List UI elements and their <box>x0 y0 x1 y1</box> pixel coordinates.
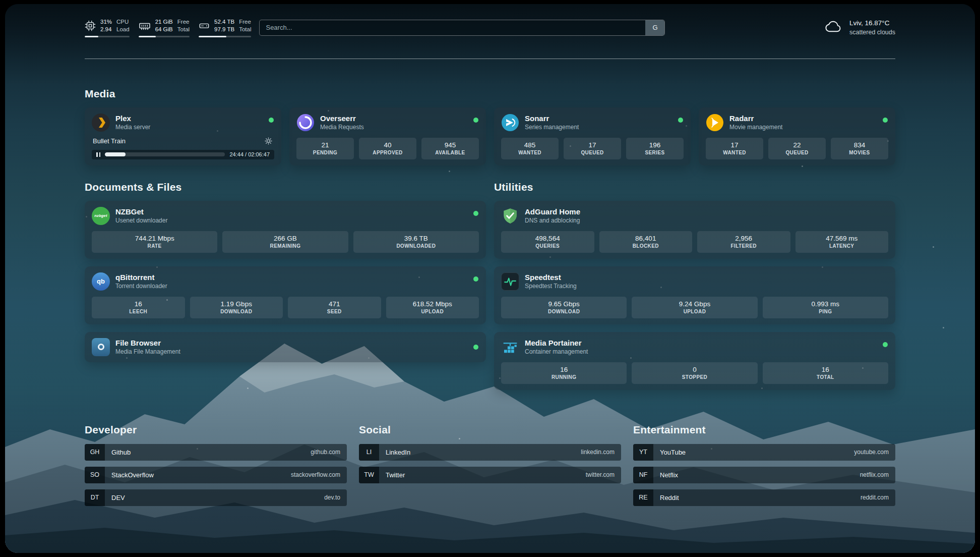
service-desc: Torrent downloader <box>115 283 167 291</box>
section-title-social: Social <box>359 423 621 436</box>
bookmarks-section: Developer GH Github github.com SO StackO… <box>85 423 895 512</box>
stat-box: 40APPROVED <box>359 138 416 159</box>
ram-total-label: Total <box>177 26 190 33</box>
ram-free-label: Free <box>177 18 190 26</box>
service-name: Speedtest <box>525 272 577 283</box>
disk-progress-fill <box>199 36 226 37</box>
bookmark-dev[interactable]: DT DEV dev.to <box>85 489 347 506</box>
disk-free-value: 52.4 TB <box>214 18 234 26</box>
bookmark-twitter[interactable]: TW Twitter twitter.com <box>359 467 621 483</box>
disk-icon <box>199 20 210 31</box>
stat-box: 21PENDING <box>296 138 354 159</box>
service-card-radarr[interactable]: Radarr Movie management 17WANTED 22QUEUE… <box>699 107 895 165</box>
stat-box: 9.65 GbpsDOWNLOAD <box>501 297 627 318</box>
service-name: Overseerr <box>320 114 364 124</box>
cloud-icon <box>824 19 844 36</box>
service-desc: Media Requests <box>320 124 364 132</box>
stat-box: 17WANTED <box>706 138 763 159</box>
disk-free-label: Free <box>239 18 251 26</box>
status-online-dot <box>473 276 478 282</box>
gear-icon[interactable] <box>264 136 273 146</box>
service-card-overseerr[interactable]: Overseerr Media Requests 21PENDING 40APP… <box>289 107 486 165</box>
bookmark-youtube[interactable]: YT YouTube youtube.com <box>633 444 895 461</box>
bookmark-group-developer: Developer GH Github github.com SO StackO… <box>85 423 347 512</box>
bookmark-stackoverflow[interactable]: SO StackOverflow stackoverflow.com <box>85 467 347 483</box>
search-input[interactable] <box>260 24 645 31</box>
topbar-divider <box>85 59 895 59</box>
cpu-usage-value: 31% <box>100 18 112 26</box>
plex-icon <box>92 114 110 132</box>
weather-widget: Lviv, 16.87°C scattered clouds <box>824 19 895 36</box>
adguard-icon <box>501 207 519 225</box>
status-online-dot <box>473 118 478 123</box>
stat-box: 17QUEUED <box>564 138 621 159</box>
status-online-dot <box>678 118 683 123</box>
stat-box: 16TOTAL <box>763 362 888 384</box>
service-desc: DNS and adblocking <box>525 217 580 225</box>
cpu-widget: 31% 2.94 CPU Load <box>85 18 130 37</box>
service-name: NZBGet <box>115 207 167 217</box>
service-name: File Browser <box>115 338 180 348</box>
playback-time: 24:44 / 02:06:47 <box>229 151 270 157</box>
middle-sections: Documents & Files nzbget NZBGet Usenet d… <box>85 181 895 390</box>
overseerr-icon <box>296 114 315 132</box>
cpu-progress-fill <box>85 36 98 37</box>
topbar: 31% 2.94 CPU Load <box>85 4 895 37</box>
search-provider-button[interactable]: G <box>645 20 664 35</box>
status-online-dot <box>883 118 888 123</box>
service-name: qBittorrent <box>115 272 167 283</box>
playback-progress-track[interactable] <box>105 152 225 156</box>
documents-column: Documents & Files nzbget NZBGet Usenet d… <box>85 181 486 362</box>
bookmark-linkedin[interactable]: LI LinkedIn linkedin.com <box>359 444 621 461</box>
section-title-entertainment: Entertainment <box>633 423 895 436</box>
service-card-filebrowser[interactable]: File Browser Media File Management <box>85 332 486 362</box>
service-card-qbittorrent[interactable]: qb qBittorrent Torrent downloader 16LEEC… <box>85 266 486 324</box>
stat-box: 471SEED <box>288 297 381 318</box>
stat-box: 834MOVIES <box>831 138 888 159</box>
bookmark-group-entertainment: Entertainment YT YouTube youtube.com NF … <box>633 423 895 512</box>
radarr-icon <box>706 114 724 132</box>
service-card-speedtest[interactable]: Speedtest Speedtest Tracking 9.65 GbpsDO… <box>494 266 895 324</box>
stat-box: 485WANTED <box>501 138 559 159</box>
bookmark-github[interactable]: GH Github github.com <box>85 444 347 461</box>
status-online-dot <box>883 342 888 347</box>
status-online-dot <box>473 345 478 350</box>
stat-box: 9.24 GbpsUPLOAD <box>632 297 757 318</box>
stat-box: 39.6 TBDOWNLOADED <box>353 231 479 253</box>
stat-box: 22QUEUED <box>768 138 826 159</box>
resource-widgets: 31% 2.94 CPU Load <box>85 18 251 37</box>
cpu-load-value: 2.94 <box>100 26 112 33</box>
stat-box: 0.993 msPING <box>763 297 888 318</box>
pause-icon[interactable] <box>96 152 100 157</box>
service-card-nzbget[interactable]: nzbget NZBGet Usenet downloader 744.21 M… <box>85 201 486 259</box>
service-name: Plex <box>115 114 150 124</box>
disk-progress-bar <box>199 36 251 37</box>
stat-box: 498,564QUERIES <box>501 231 594 253</box>
stat-box: 744.21 MbpsRATE <box>92 231 217 253</box>
disk-widget: 52.4 TB 97.9 TB Free Total <box>199 18 251 37</box>
stat-box: 0STOPPED <box>632 362 757 384</box>
service-name: Radarr <box>729 114 782 124</box>
bookmark-netflix[interactable]: NF Netflix netflix.com <box>633 467 895 483</box>
stat-box: 196SERIES <box>626 138 684 159</box>
stat-box: 86,401BLOCKED <box>599 231 693 253</box>
status-online-dot <box>473 211 478 216</box>
portainer-icon <box>501 338 519 356</box>
service-card-adguard[interactable]: AdGuard Home DNS and adblocking 498,564Q… <box>494 201 895 259</box>
service-card-plex[interactable]: Plex Media server Bullet Train <box>85 107 281 165</box>
ram-free-value: 21 GiB <box>155 18 173 26</box>
weather-condition: scattered clouds <box>849 28 895 37</box>
speedtest-icon <box>501 272 519 291</box>
ram-total-value: 64 GiB <box>155 26 173 33</box>
service-desc: Media server <box>115 124 150 132</box>
section-title-media: Media <box>85 87 895 100</box>
disk-total-label: Total <box>239 26 251 33</box>
service-card-portainer[interactable]: Media Portainer Container management 16R… <box>494 332 895 390</box>
weather-location: Lviv, 16.87°C <box>849 19 895 28</box>
service-name: Media Portainer <box>525 338 588 348</box>
service-card-sonarr[interactable]: Sonarr Series management 485WANTED 17QUE… <box>494 107 691 165</box>
search-bar: G <box>259 20 665 36</box>
dashboard-content: 31% 2.94 CPU Load <box>5 4 975 553</box>
bookmark-reddit[interactable]: RE Reddit reddit.com <box>633 489 895 506</box>
status-online-dot <box>269 118 274 123</box>
